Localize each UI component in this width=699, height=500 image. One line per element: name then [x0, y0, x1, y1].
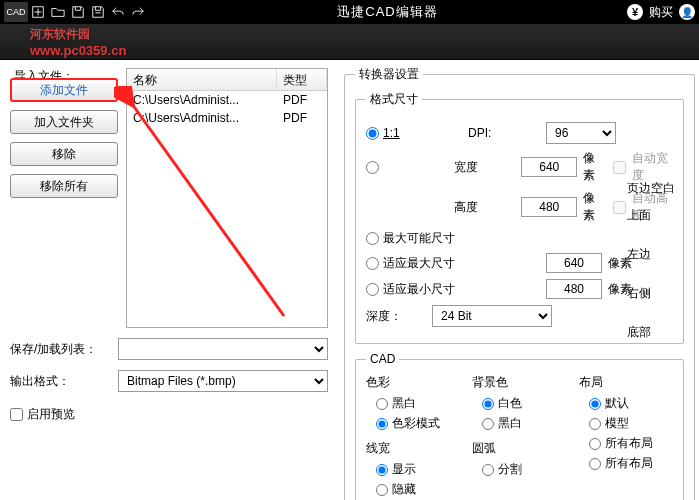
- output-format-select[interactable]: Bitmap Files (*.bmp): [118, 370, 328, 392]
- radio-color-mode[interactable]: [376, 418, 388, 430]
- radio-lw-hide[interactable]: [376, 484, 388, 496]
- cad-legend: CAD: [366, 352, 399, 366]
- remove-button[interactable]: 移除: [10, 142, 118, 166]
- add-file-button[interactable]: 添加文件: [10, 78, 118, 102]
- radio-lw-show[interactable]: [376, 464, 388, 476]
- depth-select[interactable]: 24 Bit: [432, 305, 552, 327]
- saveas-icon[interactable]: [88, 2, 108, 22]
- radio-1-1[interactable]: [366, 127, 379, 140]
- fit-min-input[interactable]: [546, 279, 602, 299]
- width-input[interactable]: [521, 157, 577, 177]
- auto-height-checkbox: [613, 201, 626, 214]
- margins-group: 页边空白 上面 左边 右侧 底部: [627, 180, 677, 363]
- height-input[interactable]: [521, 197, 577, 217]
- radio-layout-all[interactable]: [589, 438, 601, 450]
- buy-link[interactable]: 购买: [649, 4, 673, 21]
- format-size-legend: 格式尺寸: [366, 91, 422, 108]
- radio-layout-default[interactable]: [589, 398, 601, 410]
- enable-preview-checkbox[interactable]: [10, 408, 23, 421]
- radio-fit-max[interactable]: [366, 257, 379, 270]
- new-icon[interactable]: [28, 2, 48, 22]
- radio-max-possible[interactable]: [366, 232, 379, 245]
- cad-badge: CAD: [4, 2, 28, 22]
- output-format-label: 输出格式：: [10, 373, 110, 390]
- dpi-select[interactable]: 96: [546, 122, 616, 144]
- open-icon[interactable]: [48, 2, 68, 22]
- radio-bg-white[interactable]: [482, 398, 494, 410]
- watermark: 河东软件园 www.pc0359.cn: [30, 26, 126, 58]
- user-icon[interactable]: 👤: [679, 4, 695, 20]
- radio-layout-all2[interactable]: [589, 458, 601, 470]
- file-list[interactable]: 名称 类型 C:\Users\Administ... PDF C:\Users\…: [126, 68, 328, 328]
- radio-width[interactable]: [366, 161, 379, 174]
- converter-settings-legend: 转换器设置: [355, 66, 423, 83]
- auto-width-checkbox: [613, 161, 626, 174]
- radio-fit-min[interactable]: [366, 283, 379, 296]
- redo-icon[interactable]: [128, 2, 148, 22]
- enable-preview-label: 启用预览: [27, 406, 75, 423]
- radio-layout-model[interactable]: [589, 418, 601, 430]
- app-title: 迅捷CAD编辑器: [148, 3, 627, 21]
- currency-icon[interactable]: ¥: [627, 4, 643, 20]
- undo-icon[interactable]: [108, 2, 128, 22]
- fit-max-input[interactable]: [546, 253, 602, 273]
- save-icon[interactable]: [68, 2, 88, 22]
- dpi-label: DPI:: [468, 126, 540, 140]
- add-folder-button[interactable]: 加入文件夹: [10, 110, 118, 134]
- col-name[interactable]: 名称: [127, 69, 277, 90]
- save-load-list-select[interactable]: [118, 338, 328, 360]
- table-row[interactable]: C:\Users\Administ... PDF: [127, 109, 327, 127]
- radio-bg-black[interactable]: [482, 418, 494, 430]
- radio-arc-split[interactable]: [482, 464, 494, 476]
- depth-label: 深度：: [366, 308, 426, 325]
- col-type[interactable]: 类型: [277, 69, 327, 90]
- save-load-list-label: 保存/加载列表：: [10, 341, 110, 358]
- table-row[interactable]: C:\Users\Administ... PDF: [127, 91, 327, 109]
- radio-color-bw[interactable]: [376, 398, 388, 410]
- remove-all-button[interactable]: 移除所有: [10, 174, 118, 198]
